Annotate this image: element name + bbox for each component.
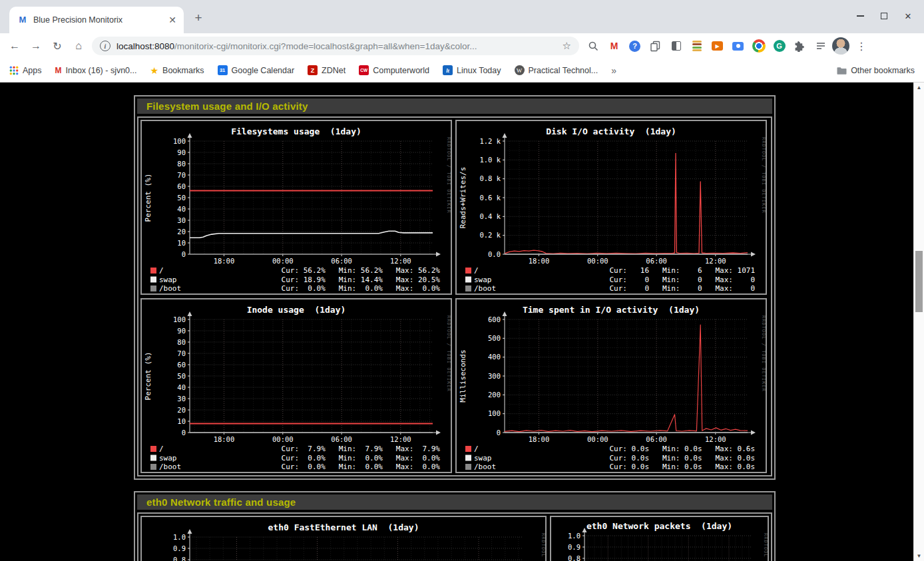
eth0-lan-chart[interactable]: 1.00.90.80.70.60.50.40.30.20.10.018:0000…	[142, 517, 545, 561]
star-icon: ★	[150, 66, 159, 75]
bookmark-linux-today[interactable]: lt Linux Today	[443, 65, 501, 75]
svg-text:30: 30	[177, 395, 186, 403]
minimize-button[interactable]	[848, 0, 872, 32]
svg-text:/boot: /boot	[159, 284, 181, 293]
svg-text:70: 70	[177, 171, 186, 179]
svg-text:/boot: /boot	[159, 463, 181, 471]
svg-text:90: 90	[177, 327, 186, 335]
bookmark-star-icon[interactable]: ☆	[563, 40, 571, 52]
search-icon[interactable]	[586, 39, 601, 54]
svg-text:RRDTOOL / TOBI OETIKER: RRDTOOL / TOBI OETIKER	[446, 315, 451, 392]
svg-text:Cur: 0.0% Min: 0.0% Max:: Cur: 0.0% Min: 0.0% Max: 0.0%	[282, 463, 441, 471]
svg-text:12:00: 12:00	[390, 435, 411, 443]
extensions-puzzle-icon[interactable]	[792, 39, 808, 54]
filesystems-usage-chart[interactable]: 100908070605040302010018:0000:0006:0012:…	[142, 121, 451, 293]
reading-list-icon[interactable]	[813, 39, 828, 54]
disk-io-activity-chart[interactable]: 1.2 k1.0 k0.8 k0.6 k0.4 k0.2 k0.018:0000…	[457, 121, 766, 293]
svg-text:00:00: 00:00	[587, 435, 608, 443]
bookmark-computerworld[interactable]: CW Computerworld	[359, 65, 429, 75]
camera-icon[interactable]	[730, 39, 746, 54]
bookmark-label: Bookmarks	[162, 66, 204, 75]
gmail-icon: M	[55, 66, 62, 75]
network-charts-grid: 1.00.90.80.70.60.50.40.30.20.10.018:0000…	[137, 512, 772, 561]
svg-text:18:00: 18:00	[214, 435, 235, 443]
cast-icon[interactable]: ▶	[710, 39, 725, 54]
reload-icon[interactable]: ↻	[47, 36, 67, 56]
svg-text:90: 90	[177, 148, 186, 156]
page-content: Filesystem usage and I/O activity 100908…	[0, 83, 924, 561]
bookmark-practical-tech[interactable]: W Practical Technol...	[515, 65, 598, 75]
chrome-icon[interactable]	[751, 39, 766, 54]
section-title-network: eth0 Network traffic and usage	[137, 494, 772, 510]
window-close-button[interactable]: ✕	[896, 0, 920, 32]
bookmark-zdnet[interactable]: Z ZDNet	[308, 65, 346, 75]
svg-text:Cur: 56.2% Min: 56.2% Max:: Cur: 56.2% Min: 56.2% Max: 56.2%	[282, 266, 441, 275]
svg-text:Disk I/O activity (1day): Disk I/O activity (1day)	[546, 126, 676, 136]
profile-avatar[interactable]	[832, 37, 849, 55]
contrast-icon[interactable]	[668, 39, 684, 54]
scrollbar-thumb[interactable]	[915, 251, 923, 312]
linux-today-icon: lt	[443, 65, 453, 75]
svg-text:06:00: 06:00	[646, 257, 667, 265]
bookmark-google-calendar[interactable]: 31 Google Calendar	[218, 65, 295, 75]
stack-icon[interactable]	[689, 39, 704, 54]
svg-text:80: 80	[177, 338, 186, 346]
svg-text:0.4 k: 0.4 k	[479, 212, 501, 220]
svg-text:06:00: 06:00	[331, 257, 352, 265]
copy-icon[interactable]	[648, 39, 663, 54]
browser-tab[interactable]: M Blue Precision Monitorix ✕	[9, 7, 184, 33]
disk-io-activity-chart-cell[interactable]: 1.2 k1.0 k0.8 k0.6 k0.4 k0.2 k0.018:0000…	[455, 120, 767, 295]
grammarly-icon[interactable]: G	[772, 39, 787, 54]
svg-text:0.6 k: 0.6 k	[479, 194, 501, 202]
scroll-down-icon[interactable]: ▼	[914, 553, 924, 559]
url-text[interactable]: localhost:8080/monitorix-cgi/monitorix.c…	[116, 41, 557, 51]
bookmark-inbox[interactable]: M Inbox (16) - sjvn0...	[55, 66, 137, 75]
address-bar[interactable]: i localhost:8080/monitorix-cgi/monitorix…	[92, 37, 579, 55]
gmail-icon[interactable]: M	[606, 39, 622, 54]
svg-text:1.0 k: 1.0 k	[479, 156, 501, 164]
inode-usage-chart[interactable]: 100908070605040302010018:0000:0006:0012:…	[142, 299, 451, 472]
filesystems-usage-chart-cell[interactable]: 100908070605040302010018:0000:0006:0012:…	[140, 120, 452, 295]
svg-text:06:00: 06:00	[331, 435, 352, 443]
svg-text:0.8 k: 0.8 k	[479, 174, 501, 182]
help-icon[interactable]: ?	[627, 39, 642, 54]
page-info-icon[interactable]: i	[100, 41, 111, 51]
tab-close-icon[interactable]: ✕	[166, 14, 178, 26]
maximize-button[interactable]	[872, 0, 896, 32]
eth0-packets-chart-cell[interactable]: 1.00.90.80.70.60.50.40.30.20.10.018:0000…	[550, 516, 769, 561]
svg-text:20: 20	[177, 228, 186, 236]
page-scrollbar[interactable]: ▲ ▼	[913, 83, 924, 561]
svg-text:60: 60	[177, 361, 186, 369]
svg-text:1.2 k: 1.2 k	[479, 137, 501, 145]
apps-shortcut[interactable]: Apps	[9, 66, 42, 75]
svg-text:Percent (%): Percent (%)	[144, 174, 152, 222]
svg-text:0: 0	[497, 429, 501, 437]
svg-text:swap: swap	[159, 454, 177, 463]
grammarly-glyph: G	[774, 40, 786, 52]
other-bookmarks[interactable]: Other bookmarks	[836, 66, 915, 75]
svg-text:400: 400	[488, 353, 501, 361]
eth0-lan-chart-cell[interactable]: 1.00.90.80.70.60.50.40.30.20.10.018:0000…	[140, 516, 547, 561]
bookmark-bookmarks[interactable]: ★ Bookmarks	[150, 66, 204, 75]
browser-menu-icon[interactable]: ⋮	[855, 40, 868, 53]
svg-text:Milliseconds: Milliseconds	[459, 349, 467, 402]
new-tab-button[interactable]: +	[189, 9, 208, 28]
url-host: localhost:8080	[116, 41, 174, 51]
time-io-activity-chart-cell[interactable]: 600500400300200100018:0000:0006:0012:00T…	[455, 298, 767, 473]
svg-text:100: 100	[488, 409, 501, 417]
inode-usage-chart-cell[interactable]: 100908070605040302010018:0000:0006:0012:…	[140, 298, 452, 473]
svg-text:Cur: 0.0s Min: 0.0s Max: 0: Cur: 0.0s Min: 0.0s Max: 0.0s	[609, 454, 755, 463]
svg-text:1.0: 1.0	[568, 532, 580, 540]
svg-text:0: 0	[182, 429, 186, 437]
scroll-up-icon[interactable]: ▲	[914, 85, 924, 91]
forward-icon[interactable]: →	[26, 36, 46, 56]
home-icon[interactable]: ⌂	[69, 36, 89, 56]
svg-text:eth0 FastEthernet LAN (1day): eth0 FastEthernet LAN (1day)	[268, 522, 419, 532]
svg-text:RRDTOOL / TOBI OETIKER: RRDTOOL / TOBI OETIKER	[541, 533, 545, 561]
bookmarks-overflow-icon[interactable]: »	[611, 65, 616, 76]
time-io-activity-chart[interactable]: 600500400300200100018:0000:0006:0012:00T…	[457, 299, 766, 472]
svg-text:/: /	[159, 266, 164, 275]
back-icon[interactable]: ←	[5, 36, 25, 56]
svg-text:80: 80	[177, 160, 186, 168]
eth0-packets-chart[interactable]: 1.00.90.80.70.60.50.40.30.20.10.018:0000…	[551, 517, 768, 561]
